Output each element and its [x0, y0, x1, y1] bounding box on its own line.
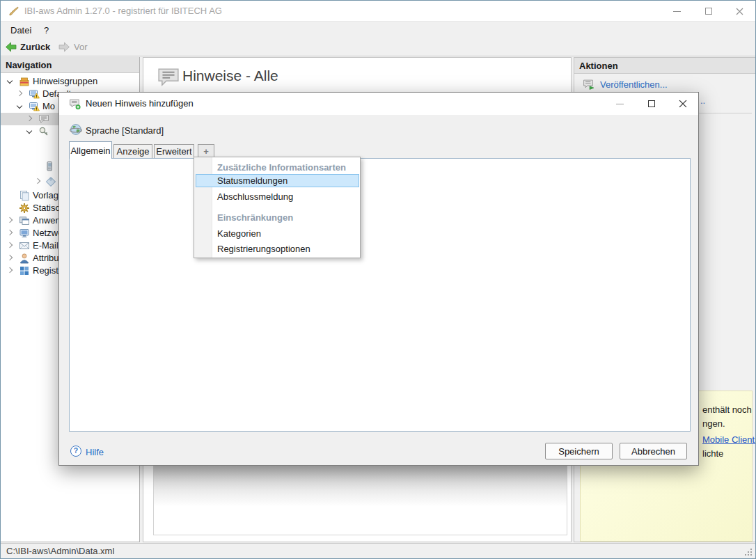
- publish-action[interactable]: Veröffentlichen...: [583, 79, 668, 90]
- main-window: IBI-aws Admin 1.27.0 - registriert für I…: [0, 0, 756, 559]
- menu-header-einschraenkungen: Einschränkungen: [217, 212, 293, 224]
- forward-arrow-icon: [58, 41, 70, 53]
- globe-icon: [70, 123, 82, 136]
- forward-button[interactable]: Vor: [58, 38, 88, 56]
- expander-right-icon[interactable]: [35, 178, 40, 184]
- hinweise-bubble-icon: [156, 67, 181, 89]
- truncated-action-link[interactable]: ..: [700, 95, 705, 106]
- menu-item-kategorien[interactable]: Kategorien: [217, 228, 261, 240]
- speech-bubble-icon: [38, 113, 49, 125]
- help-icon: ?: [70, 446, 81, 457]
- back-button[interactable]: Zurück: [5, 38, 50, 56]
- gear-icon: [19, 203, 30, 214]
- maximize-button[interactable]: [693, 1, 724, 22]
- menu-header-informationsarten: Zusätzliche Informationsarten: [217, 162, 346, 174]
- back-arrow-icon: [5, 41, 17, 53]
- tab-anzeige[interactable]: Anzeige: [113, 144, 152, 159]
- phone-icon: [44, 161, 55, 172]
- tab-page-allgemein: [69, 158, 691, 432]
- close-button[interactable]: [724, 1, 755, 22]
- dialog-maximize-button[interactable]: [636, 93, 667, 115]
- note-line-3: lichte: [702, 447, 756, 461]
- app-icon: [8, 6, 19, 17]
- close-icon: [736, 8, 743, 15]
- expander-right-icon[interactable]: [17, 90, 22, 96]
- note-line-1: enthält noch: [702, 403, 756, 417]
- cancel-button[interactable]: Abbrechen: [620, 443, 687, 459]
- expander-right-icon[interactable]: [7, 217, 13, 223]
- tree-item-hinweisgruppen[interactable]: Hinweisgruppen: [1, 75, 139, 88]
- minimize-icon: [616, 104, 624, 104]
- dialog-title: Neuen Hinweis hinzufügen: [86, 93, 194, 115]
- save-button[interactable]: Speichern: [545, 443, 613, 459]
- menu-item-statusmeldungen[interactable]: Statusmeldungen: [217, 175, 288, 187]
- expander-down-icon[interactable]: [26, 128, 32, 134]
- expander-right-icon[interactable]: [7, 255, 13, 260]
- menu-item-abschlussmeldung[interactable]: Abschlussmeldung: [217, 191, 293, 203]
- maximize-icon: [705, 8, 712, 15]
- navigation-header: Navigation: [6, 60, 52, 70]
- add-info-menu: Zusätzliche Informationsarten Statusmeld…: [194, 157, 361, 258]
- data-file-path: C:\IBI-aws\Admin\Data.xml: [6, 544, 114, 559]
- network-monitor-icon: [19, 228, 30, 239]
- content-list-area: [153, 460, 567, 535]
- key-icon: [38, 126, 49, 137]
- pages-icon: [19, 190, 30, 201]
- dialog-neuen-hinweis: Neuen Hinweis hinzufügen Sprache [Standa…: [58, 92, 699, 466]
- toolbar: Zurück Vor: [1, 38, 755, 56]
- expander-right-icon[interactable]: [7, 267, 13, 273]
- window-title: IBI-aws Admin 1.27.0 - registriert für I…: [24, 1, 222, 22]
- publish-link: Veröffentlichen...: [600, 79, 668, 90]
- minimize-icon: [673, 11, 681, 12]
- menu-help[interactable]: ?: [44, 22, 49, 38]
- publish-bubble-icon: [583, 79, 594, 90]
- package-icon: [19, 76, 30, 87]
- tag-icon: [45, 176, 56, 187]
- maximize-icon: [648, 100, 655, 107]
- grid-icon: [19, 265, 30, 276]
- page-title: Hinweise - Alle: [182, 68, 278, 84]
- back-label: Zurück: [20, 42, 50, 52]
- expander-down-icon[interactable]: [7, 78, 13, 84]
- tab-erweitert[interactable]: Erweitert: [154, 144, 194, 159]
- note-line-2: ngen.: [702, 417, 756, 431]
- minimize-button[interactable]: [661, 1, 693, 22]
- forward-label: Vor: [74, 42, 88, 52]
- applications-icon: [19, 215, 30, 226]
- dialog-close-button[interactable]: [667, 93, 698, 115]
- tab-allgemein[interactable]: Allgemein: [69, 141, 112, 159]
- email-icon: [19, 240, 30, 251]
- person-icon: [19, 253, 30, 264]
- dialog-titlebar: Neuen Hinweis hinzufügen: [59, 93, 698, 115]
- monitor-warning-icon: [29, 88, 40, 100]
- menu-gutter: [194, 157, 212, 258]
- expander-down-icon[interactable]: [17, 103, 22, 109]
- bubble-add-icon: [69, 98, 81, 110]
- status-bar: C:\IBI-aws\Admin\Data.xml: [1, 543, 755, 559]
- monitor-warning-icon: [29, 101, 40, 112]
- language-label: Sprache [Standard]: [86, 124, 164, 138]
- menu-item-registrierungsoptionen[interactable]: Registrierungsoptionen: [217, 243, 310, 255]
- expander-right-icon[interactable]: [26, 116, 32, 121]
- close-icon: [679, 100, 687, 108]
- help-link[interactable]: Hilfe: [86, 447, 104, 457]
- menu-datei[interactable]: Datei: [10, 22, 31, 38]
- expander-right-icon[interactable]: [7, 242, 13, 248]
- expander-right-icon[interactable]: [7, 230, 13, 235]
- dialog-minimize-button[interactable]: [604, 93, 636, 115]
- menu-bar: Datei ?: [1, 22, 755, 38]
- mobile-clients-link[interactable]: Mobile Clients: [702, 434, 756, 445]
- titlebar: IBI-aws Admin 1.27.0 - registriert für I…: [1, 1, 755, 22]
- actions-header: Aktionen: [579, 61, 618, 71]
- resize-grip[interactable]: [744, 548, 753, 557]
